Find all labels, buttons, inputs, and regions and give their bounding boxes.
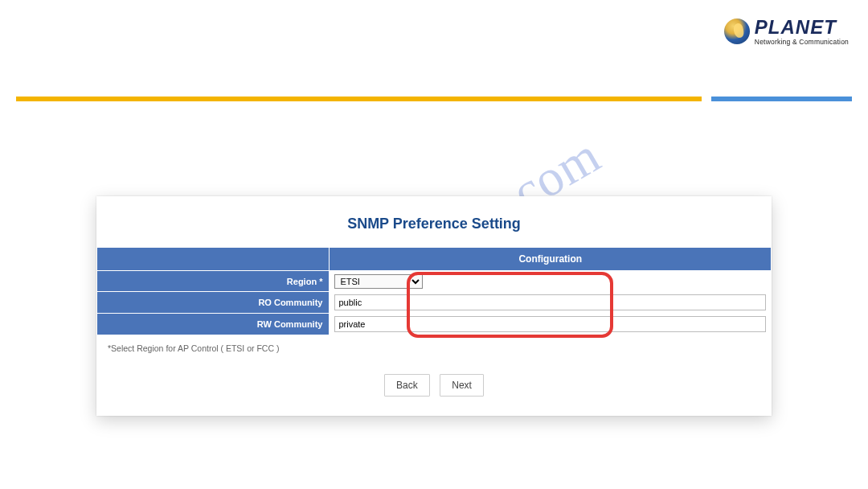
globe-icon	[724, 18, 750, 44]
header-divider	[16, 97, 852, 101]
ro-community-label: RO Community	[97, 292, 330, 314]
region-select[interactable]: ETSIFCC	[334, 274, 423, 289]
brand-tagline: Networking & Communication	[755, 39, 849, 46]
rw-community-label: RW Community	[97, 314, 330, 335]
snmp-panel: SNMP Preference Setting Configuration Re…	[96, 196, 772, 416]
region-label: Region *	[97, 271, 330, 292]
brand-logo: PLANET Networking & Communication	[724, 18, 849, 46]
region-note: *Select Region for AP Control ( ETSI or …	[96, 335, 772, 353]
next-button[interactable]: Next	[440, 374, 484, 397]
config-header: Configuration	[330, 248, 772, 271]
panel-title: SNMP Preference Setting	[96, 196, 772, 247]
ro-community-input[interactable]	[334, 294, 766, 310]
back-button[interactable]: Back	[384, 374, 430, 397]
config-table: Configuration Region * ETSIFCC RO Commun…	[96, 247, 772, 335]
config-header-empty	[97, 248, 330, 271]
rw-community-input[interactable]	[334, 316, 766, 332]
brand-name: PLANET	[755, 18, 849, 37]
